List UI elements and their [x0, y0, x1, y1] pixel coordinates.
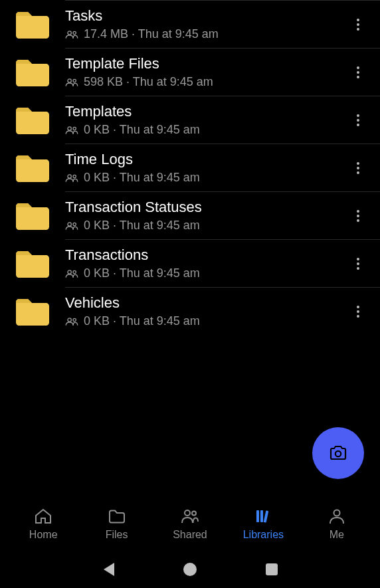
folder-row[interactable]: Transactions 0 KB · Thu at 9:45 am	[0, 240, 380, 287]
person-icon	[328, 508, 346, 525]
tab-label: Home	[29, 529, 58, 541]
folder-meta: Template Files 598 KB · Thu at 9:45 am	[65, 55, 348, 89]
svg-point-16	[192, 512, 196, 516]
circle-home-icon	[182, 561, 198, 577]
folder-subline: 0 KB · Thu at 9:45 am	[65, 314, 348, 328]
tab-label: Libraries	[243, 529, 284, 541]
more-options-button[interactable]	[348, 155, 368, 181]
system-recents-button[interactable]	[258, 556, 285, 583]
folder-icon	[15, 153, 50, 183]
camera-fab-button[interactable]	[312, 427, 364, 479]
shared-icon	[65, 268, 78, 279]
folder-meta: Templates 0 KB · Thu at 9:45 am	[65, 103, 348, 137]
shared-icon	[65, 29, 78, 40]
more-vertical-icon	[357, 210, 359, 222]
folder-list: Tasks 17.4 MB · Thu at 9:45 am	[0, 0, 380, 335]
svg-point-20	[333, 510, 339, 516]
folder-name: Templates	[65, 103, 348, 120]
folder-icon	[15, 106, 50, 135]
more-options-button[interactable]	[348, 298, 368, 325]
more-options-button[interactable]	[348, 250, 368, 277]
home-icon	[34, 508, 52, 525]
folder-icon	[15, 297, 50, 326]
system-navigation-bar	[0, 551, 380, 588]
tab-label: Me	[330, 529, 344, 541]
more-vertical-icon	[357, 19, 359, 31]
more-options-button[interactable]	[348, 107, 368, 134]
folder-subline: 17.4 MB · Thu at 9:45 am	[65, 27, 348, 41]
folder-name: Tasks	[65, 7, 348, 25]
tab-shared[interactable]: Shared	[157, 508, 223, 541]
folder-icon	[15, 201, 50, 231]
shared-icon	[65, 125, 78, 136]
tab-me[interactable]: Me	[304, 508, 370, 541]
folder-outline-icon	[108, 508, 126, 525]
svg-point-5	[73, 127, 76, 130]
svg-point-14	[335, 451, 341, 456]
libraries-icon	[254, 508, 272, 525]
folder-meta: Time Logs 0 KB · Thu at 9:45 am	[65, 151, 348, 185]
folder-name: Transactions	[65, 246, 348, 264]
folder-subline: 0 KB · Thu at 9:45 am	[65, 266, 348, 280]
folder-row[interactable]: Tasks 17.4 MB · Thu at 9:45 am	[0, 1, 380, 48]
more-vertical-icon	[357, 306, 359, 318]
more-vertical-icon	[357, 162, 359, 174]
shared-icon	[65, 173, 78, 183]
triangle-back-icon	[101, 561, 116, 577]
shared-icon	[65, 77, 78, 88]
folder-name: Time Logs	[65, 151, 348, 168]
folder-name: Transaction Statuses	[65, 199, 348, 216]
svg-point-10	[68, 270, 71, 273]
folder-subline: 0 KB · Thu at 9:45 am	[65, 171, 348, 185]
square-recents-icon	[264, 562, 279, 577]
svg-point-21	[183, 563, 197, 576]
more-vertical-icon	[357, 114, 359, 126]
folder-meta: Transactions 0 KB · Thu at 9:45 am	[65, 246, 348, 280]
folder-meta: Transaction Statuses 0 KB · Thu at 9:45 …	[65, 199, 348, 233]
folder-icon	[15, 10, 50, 39]
tab-home[interactable]: Home	[10, 508, 76, 541]
tab-label: Shared	[173, 529, 207, 541]
svg-point-8	[68, 222, 71, 225]
svg-point-2	[68, 78, 71, 82]
more-options-button[interactable]	[348, 203, 368, 229]
more-vertical-icon	[357, 66, 359, 78]
folder-row[interactable]: Template Files 598 KB · Thu at 9:45 am	[0, 49, 380, 96]
folder-meta: Tasks 17.4 MB · Thu at 9:45 am	[65, 7, 348, 41]
svg-point-11	[73, 270, 76, 273]
folder-row[interactable]: Time Logs 0 KB · Thu at 9:45 am	[0, 144, 380, 191]
tab-label: Files	[106, 529, 128, 541]
system-back-button[interactable]	[95, 556, 122, 583]
folder-meta: Vehicles 0 KB · Thu at 9:45 am	[65, 294, 348, 328]
more-options-button[interactable]	[348, 11, 368, 38]
tab-libraries[interactable]: Libraries	[230, 508, 296, 541]
folder-row[interactable]: Transaction Statuses 0 KB · Thu at 9:45 …	[0, 192, 380, 239]
folder-subline: 0 KB · Thu at 9:45 am	[65, 219, 348, 233]
camera-icon	[329, 445, 347, 461]
svg-rect-17	[256, 510, 259, 522]
svg-point-4	[68, 126, 71, 130]
svg-point-12	[68, 318, 71, 321]
svg-point-3	[73, 79, 76, 82]
svg-rect-18	[260, 510, 263, 522]
folder-row[interactable]: Vehicles 0 KB · Thu at 9:45 am	[0, 288, 380, 335]
svg-point-1	[73, 31, 76, 34]
svg-point-9	[73, 223, 76, 225]
bottom-tab-bar: Home Files Shared Libraries Me	[0, 498, 380, 551]
folder-subline: 0 KB · Thu at 9:45 am	[65, 123, 348, 137]
folder-icon	[15, 58, 50, 87]
folder-row[interactable]: Templates 0 KB · Thu at 9:45 am	[0, 96, 380, 144]
more-vertical-icon	[357, 258, 359, 270]
people-icon	[181, 508, 199, 525]
folder-subline: 598 KB · Thu at 9:45 am	[65, 75, 348, 89]
shared-icon	[65, 316, 78, 327]
system-home-button[interactable]	[177, 556, 203, 583]
folder-name: Template Files	[65, 55, 348, 72]
svg-point-6	[68, 174, 71, 177]
tab-files[interactable]: Files	[84, 508, 150, 541]
svg-point-0	[68, 31, 71, 34]
folder-icon	[15, 249, 50, 278]
svg-point-7	[73, 175, 76, 177]
more-options-button[interactable]	[348, 59, 368, 86]
folder-name: Vehicles	[65, 294, 348, 312]
